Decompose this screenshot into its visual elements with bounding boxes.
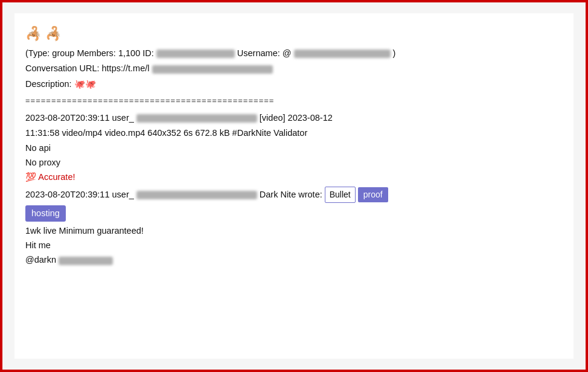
conversation-url-line: Conversation URL: https://t.me/l	[25, 62, 563, 75]
timestamp-prefix-1: 2023-08-20T20:39:11 user_	[25, 113, 134, 123]
no-api-line: No api	[25, 141, 563, 155]
meta-suffix: )	[393, 48, 396, 58]
no-proxy-line: No proxy	[25, 156, 563, 170]
blurred-user2	[136, 191, 257, 199]
at-handle-line: @darkn	[25, 253, 563, 267]
timestamp-suffix-2: Dark Nite wrote:	[260, 188, 322, 202]
blurred-username	[294, 50, 391, 58]
description-line: Description: 🐙🐙	[25, 77, 563, 91]
line-1wk: 1wk live Minimum guaranteed!	[25, 224, 563, 238]
blurred-handle	[59, 257, 113, 265]
hit-me-line: Hit me	[25, 239, 563, 252]
meta-type-line: (Type: group Members: 1,100 ID: Username…	[25, 46, 563, 60]
tag-hosting: hosting	[25, 205, 66, 222]
tag-proof: proof	[358, 187, 388, 202]
timestamp-suffix-1: [video] 2023-08-12	[260, 113, 333, 123]
timestamp-prefix-2: 2023-08-20T20:39:11 user_	[25, 188, 134, 202]
separator: ========================================…	[25, 95, 563, 107]
content-area: 🦂 🦂 (Type: group Members: 1,100 ID: User…	[14, 13, 574, 359]
message-block-2: 2023-08-20T20:39:11 user_ Dark Nite wrot…	[25, 187, 563, 267]
blurred-user1	[136, 114, 257, 123]
conversation-prefix: Conversation URL: https://t.me/l	[25, 63, 150, 73]
meta-username-prefix: Username: @	[237, 48, 292, 58]
timestamp-line-1: 2023-08-20T20:39:11 user_ [video] 2023-0…	[25, 111, 563, 125]
at-handle-prefix: @darkn	[25, 255, 56, 265]
screenshot-wrapper: 🦂 🦂 (Type: group Members: 1,100 ID: User…	[0, 0, 588, 372]
message-block-1: 2023-08-20T20:39:11 user_ [video] 2023-0…	[25, 111, 563, 185]
meta-prefix: (Type: group Members: 1,100 ID:	[25, 48, 156, 58]
tag-bullet: Bullet	[325, 187, 356, 202]
wrote-line: 2023-08-20T20:39:11 user_ Dark Nite wrot…	[25, 187, 563, 202]
emoji-line: 🦂 🦂	[25, 23, 563, 44]
blurred-id	[156, 50, 235, 58]
video-info-line: 11:31:58 video/mp4 video.mp4 640x352 6s …	[25, 126, 563, 140]
blurred-url	[152, 65, 273, 74]
accurate-line: 💯 Accurate!	[25, 170, 563, 184]
